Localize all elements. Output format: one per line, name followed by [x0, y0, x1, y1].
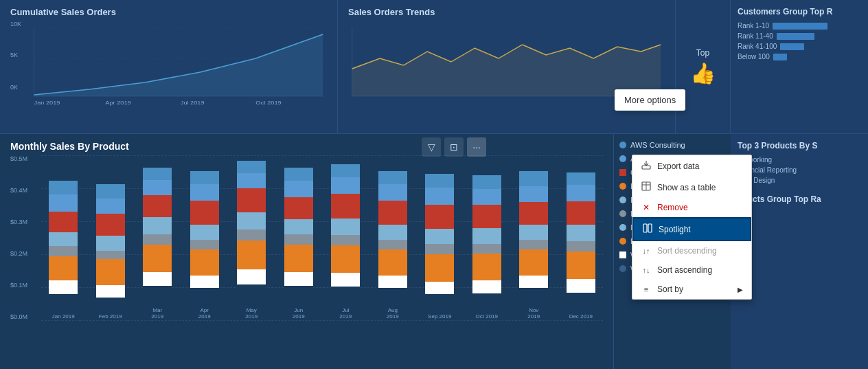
x-label-jan: Jan 2019 [52, 313, 75, 320]
more-options-tooltip: More options [615, 89, 685, 111]
legend-label-aws: AWS Consulting [630, 141, 685, 149]
seg-oct-4 [472, 244, 501, 254]
seg-jan-1 [49, 294, 78, 311]
seg-jul-2 [331, 273, 360, 287]
spotlight-icon [642, 223, 653, 235]
seg-jun-8 [284, 168, 313, 181]
seg-jul-7 [331, 177, 360, 194]
rank-1-10-label: Rank 1-10 [738, 22, 769, 30]
seg-oct-2 [472, 280, 501, 293]
seg-jan-5 [49, 232, 78, 246]
menu-spotlight[interactable]: Spotlight [632, 217, 751, 241]
cumulative-sales-chart: 10K 5K 0K Jan 2019 Apr 2019 Jul 2019 Oct… [10, 21, 327, 110]
bar-group-nov: Nov2019 [512, 171, 556, 320]
x-label-mar: Mar2019 [151, 307, 163, 320]
seg-feb-6 [96, 214, 125, 236]
bar-stack-jan [49, 181, 78, 311]
x-label-dec: Dec 2019 [569, 313, 593, 320]
seg-mar-3 [143, 245, 172, 272]
bar-stack-may [237, 161, 266, 305]
legend-dot-powerbi [619, 238, 626, 245]
seg-jun-5 [284, 219, 313, 234]
menu-export-label: Export data [657, 161, 699, 171]
bar-stack-jul [331, 164, 360, 305]
menu-remove[interactable]: ✕ Remove [632, 198, 751, 217]
context-menu: Export data Show as a table ✕ Remove Spo… [632, 155, 752, 300]
menu-sort-asc[interactable]: ↑↓ Sort ascending [632, 260, 751, 280]
bottom-panel-title: oducts Group Top Ra [738, 194, 861, 204]
seg-jun-2 [284, 272, 313, 286]
menu-show-table[interactable]: Show as a table [632, 177, 751, 198]
filter-button[interactable]: ▽ [422, 137, 441, 157]
seg-jul-4 [331, 235, 360, 245]
seg-jul-3 [331, 245, 360, 273]
x-label-may: May2019 [245, 307, 258, 320]
cumulative-sales-title: Cumulative Sales Orders [10, 7, 327, 17]
customers-group-panel: Customers Group Top R Rank 1-10 Rank 11-… [731, 0, 868, 133]
seg-jun-3 [284, 245, 313, 272]
bar-chart-container: Monthly Sales By Product ▽ ⊡ ··· $0.0M $… [0, 134, 614, 369]
menu-sort-desc-label: Sort descending [657, 246, 717, 256]
seg-dec-1 [567, 293, 595, 311]
bottom-item-poor: Poor [738, 230, 861, 238]
seg-may-5 [237, 212, 266, 230]
seg-jun-4 [284, 234, 313, 245]
legend-dot-networking [619, 224, 626, 231]
seg-oct-6 [472, 205, 501, 228]
seg-dec-6 [567, 201, 595, 225]
bar-stack-jun [284, 168, 313, 305]
seg-nov-5 [519, 225, 548, 240]
sales-trends-title: Sales Orders Trends [348, 7, 665, 17]
bottom-panel: oducts Group Top Ra Top Ok Poor [738, 194, 861, 238]
rank-below-100-bar [773, 54, 787, 60]
seg-apr-3 [190, 249, 219, 276]
menu-sort-desc[interactable]: ↓↑ Sort descending [632, 241, 751, 260]
seg-apr-4 [190, 240, 219, 249]
seg-oct-3 [472, 254, 501, 280]
legend-dot-financial [619, 197, 626, 203]
seg-mar-1 [143, 286, 172, 305]
rank-below-100-row: Below 100 [738, 53, 861, 60]
right-item-networking: Networking [738, 156, 861, 164]
menu-remove-label: Remove [657, 203, 688, 212]
seg-jan-6 [49, 212, 78, 232]
menu-spotlight-label: Spotlight [659, 225, 691, 234]
menu-sort-by[interactable]: ≡ Sort by ▶ [632, 280, 751, 299]
seg-aug-7 [378, 184, 407, 201]
chart-with-axes: $0.0M $0.1M $0.2M $0.3M $0.4M $0.5M [10, 155, 603, 320]
seg-sep-6 [425, 205, 454, 229]
legend-dot-element [619, 183, 626, 190]
seg-mar-6 [143, 195, 172, 217]
seg-sep-5 [425, 229, 454, 244]
sales-trends-panel: Sales Orders Trends [338, 0, 676, 133]
bar-stack-sep [425, 174, 454, 311]
seg-jan-8 [49, 181, 78, 194]
seg-sep-4 [425, 244, 454, 254]
bar-group-feb: Feb 2019 [89, 184, 133, 320]
svg-text:Oct 2019: Oct 2019 [255, 100, 282, 106]
top-section: Cumulative Sales Orders 10K 5K 0K Jan 20… [0, 0, 868, 134]
seg-may-4 [237, 230, 266, 241]
seg-feb-7 [96, 199, 125, 214]
seg-sep-7 [425, 188, 454, 205]
legend-aws: AWS Consulting [619, 141, 725, 149]
seg-jul-6 [331, 194, 360, 219]
seg-feb-2 [96, 285, 125, 298]
focus-button[interactable]: ⊡ [444, 137, 464, 157]
more-options-button[interactable]: ··· [467, 137, 486, 157]
seg-dec-7 [567, 185, 595, 201]
x-label-feb: Feb 2019 [99, 313, 122, 320]
rank-11-40-row: Rank 11-40 [738, 32, 861, 40]
rank-41-100-row: Rank 41-100 [738, 43, 861, 50]
remove-icon: ✕ [641, 203, 652, 212]
seg-dec-3 [567, 251, 595, 279]
menu-export-data[interactable]: Export data [632, 155, 751, 177]
seg-apr-7 [190, 184, 219, 201]
rank-41-100-label: Rank 41-100 [738, 43, 777, 50]
y-label-10k: 10K [10, 21, 21, 27]
sort-asc-icon: ↑↓ [641, 266, 652, 274]
bar-group-mar: Mar2019 [135, 168, 180, 320]
seg-feb-8 [96, 184, 125, 199]
seg-nov-7 [519, 186, 548, 202]
seg-sep-2 [425, 282, 454, 294]
